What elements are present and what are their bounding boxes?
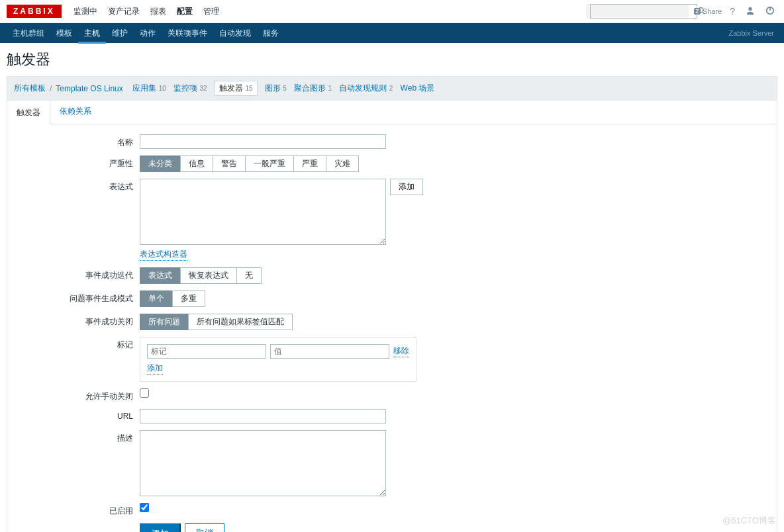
form-box: 触发器 依赖关系 名称 严重性 未分类 信息 警告 一般严重 严重 灾难 bbox=[7, 101, 777, 532]
nav-reports[interactable]: 报表 bbox=[145, 0, 172, 24]
sev-5[interactable]: 灾难 bbox=[326, 155, 359, 172]
breadcrumb-template[interactable]: Template OS Linux bbox=[56, 84, 122, 93]
subnav-hostgroups[interactable]: 主机群组 bbox=[7, 23, 50, 44]
okclose-0[interactable]: 所有问题 bbox=[140, 314, 189, 330]
okgen-1[interactable]: 恢复表达式 bbox=[180, 267, 237, 284]
label-allow-manual: 允许手动关闭 bbox=[14, 388, 140, 402]
power-icon[interactable] bbox=[763, 6, 777, 17]
top-menu: 监测中 资产记录 报表 配置 管理 bbox=[68, 0, 224, 24]
filter-bar: 所有模板 / Template OS Linux 应用集 10 监控项 32 触… bbox=[7, 76, 777, 101]
sev-0[interactable]: 未分类 bbox=[140, 155, 181, 172]
severity-group: 未分类 信息 警告 一般严重 严重 灾难 bbox=[140, 155, 359, 172]
sev-2[interactable]: 警告 bbox=[213, 155, 246, 172]
sub-nav: 主机群组 模板 主机 维护 动作 关联项事件 自动发现 服务 Zabbix Se… bbox=[0, 23, 784, 43]
expr-builder-link[interactable]: 表达式构造器 bbox=[140, 249, 187, 261]
ok-event-group: 表达式 恢复表达式 无 bbox=[140, 267, 262, 284]
okgen-0[interactable]: 表达式 bbox=[140, 267, 181, 284]
okclose-1[interactable]: 所有问题如果标签值匹配 bbox=[188, 314, 293, 330]
tag-add-link[interactable]: 添加 bbox=[147, 363, 163, 375]
nav-administration[interactable]: 管理 bbox=[198, 0, 224, 24]
svg-point-2 bbox=[748, 7, 752, 10]
subnav-services[interactable]: 服务 bbox=[257, 23, 285, 44]
top-nav: ZABBIX 监测中 资产记录 报表 配置 管理 ZShare ? bbox=[0, 0, 784, 23]
ft-triggers[interactable]: 触发器 15 bbox=[215, 81, 257, 96]
label-description: 描述 bbox=[14, 430, 140, 444]
label-severity: 严重性 bbox=[14, 155, 140, 169]
label-name: 名称 bbox=[14, 134, 140, 148]
tab-dependencies[interactable]: 依赖关系 bbox=[50, 101, 101, 124]
top-right: ZShare ? bbox=[586, 4, 777, 19]
ft-web[interactable]: Web 场景 bbox=[401, 83, 435, 93]
nav-configuration[interactable]: 配置 bbox=[172, 0, 198, 24]
label-problem-mode: 问题事件生成模式 bbox=[14, 290, 140, 304]
pmode-1[interactable]: 多重 bbox=[172, 290, 205, 307]
submit-button[interactable]: 添加 bbox=[140, 523, 181, 532]
expression-input[interactable] bbox=[140, 179, 386, 245]
subnav-actions[interactable]: 动作 bbox=[134, 23, 162, 44]
watermark: @51CTO博客 bbox=[722, 515, 776, 527]
subnav-discovery[interactable]: 自动发现 bbox=[213, 23, 257, 44]
label-tags: 标记 bbox=[14, 337, 140, 351]
ft-discovery[interactable]: 自动发现规则 bbox=[339, 83, 387, 93]
tag-remove-link[interactable]: 移除 bbox=[393, 345, 409, 357]
okgen-2[interactable]: 无 bbox=[236, 267, 262, 284]
name-input[interactable] bbox=[140, 134, 386, 149]
breadcrumb-sep: / bbox=[50, 84, 52, 93]
expr-add-button[interactable]: 添加 bbox=[390, 179, 423, 195]
cancel-button[interactable]: 取消 bbox=[185, 523, 224, 532]
label-ok-event: 事件成功迭代 bbox=[14, 267, 140, 281]
sev-1[interactable]: 信息 bbox=[180, 155, 213, 172]
ft-screens[interactable]: 聚合图形 bbox=[294, 83, 326, 93]
subnav-maintenance[interactable]: 维护 bbox=[106, 23, 134, 44]
server-label: Zabbix Server bbox=[729, 29, 777, 37]
pmode-0[interactable]: 单个 bbox=[140, 290, 173, 307]
subnav-hosts[interactable]: 主机 bbox=[78, 23, 106, 44]
label-enabled: 已启用 bbox=[14, 503, 140, 517]
allow-manual-checkbox[interactable] bbox=[140, 388, 149, 398]
enabled-checkbox[interactable] bbox=[140, 503, 149, 512]
page-title: 触发器 bbox=[7, 50, 777, 69]
breadcrumb-all[interactable]: 所有模板 bbox=[14, 83, 46, 94]
share-link[interactable]: ZShare bbox=[694, 7, 722, 15]
trigger-form: 名称 严重性 未分类 信息 警告 一般严重 严重 灾难 表达式 bbox=[7, 124, 777, 532]
ft-items[interactable]: 监控项 bbox=[173, 83, 197, 93]
tag-name-input[interactable] bbox=[147, 344, 266, 359]
problem-mode-group: 单个 多重 bbox=[140, 290, 205, 307]
label-expression: 表达式 bbox=[14, 179, 140, 193]
label-url: URL bbox=[14, 409, 140, 421]
tag-value-input[interactable] bbox=[270, 344, 389, 359]
user-icon[interactable] bbox=[743, 6, 758, 17]
label-ok-close: 事件成功关闭 bbox=[14, 314, 140, 328]
sev-3[interactable]: 一般严重 bbox=[245, 155, 294, 172]
search-box[interactable] bbox=[586, 4, 689, 19]
tab-trigger[interactable]: 触发器 bbox=[7, 101, 50, 124]
nav-inventory[interactable]: 资产记录 bbox=[103, 0, 145, 24]
url-input[interactable] bbox=[140, 409, 386, 423]
form-tabs: 触发器 依赖关系 bbox=[7, 101, 777, 124]
ok-close-group: 所有问题 所有问题如果标签值匹配 bbox=[140, 314, 293, 330]
ft-apps[interactable]: 应用集 bbox=[132, 83, 156, 93]
help-icon[interactable]: ? bbox=[727, 6, 738, 17]
ft-graphs[interactable]: 图形 bbox=[265, 83, 281, 93]
logo: ZABBIX bbox=[7, 5, 62, 18]
subnav-templates[interactable]: 模板 bbox=[50, 23, 78, 44]
nav-monitoring[interactable]: 监测中 bbox=[68, 0, 103, 24]
search-input[interactable] bbox=[590, 4, 697, 19]
sev-4[interactable]: 严重 bbox=[293, 155, 326, 172]
description-input[interactable] bbox=[140, 430, 386, 496]
